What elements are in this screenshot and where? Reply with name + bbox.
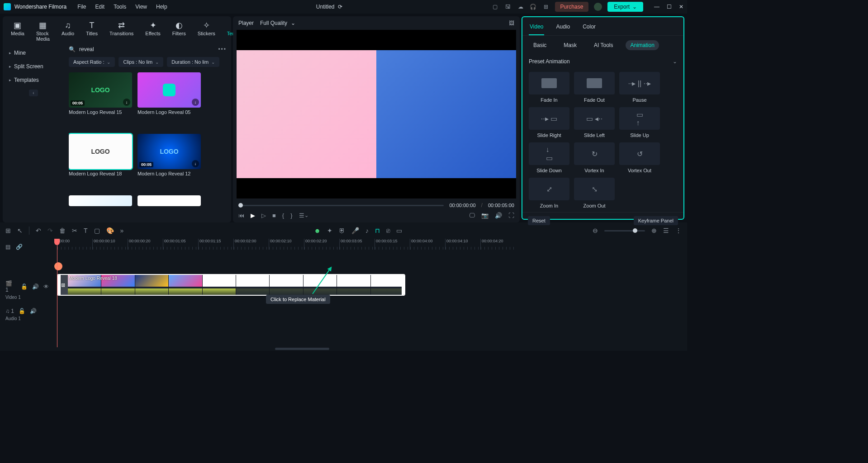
stop-icon[interactable]: ■ — [272, 212, 276, 219]
more-tools-icon[interactable]: » — [120, 227, 124, 234]
mic-icon[interactable]: 🎤 — [351, 227, 359, 234]
tab-titles[interactable]: TTitles — [83, 19, 100, 43]
menu-tools[interactable]: Tools — [114, 4, 126, 10]
close-icon[interactable]: ✕ — [679, 4, 683, 10]
marker-icon[interactable]: ▭ — [396, 227, 402, 234]
animation-preset[interactable]: Fade Out — [574, 72, 615, 103]
template-item[interactable]: LOGOModern Logo Reveal 18 — [69, 134, 132, 190]
visibility-icon[interactable]: 👁 — [43, 283, 49, 290]
minimize-icon[interactable]: — — [654, 4, 659, 10]
template-item[interactable]: ↓Modern Logo Reveal 05 — [138, 72, 201, 128]
mark-out-icon[interactable]: } — [290, 212, 292, 219]
subtab-mask[interactable]: Mask — [559, 40, 581, 50]
player-quality-select[interactable]: Full Quality ⌄ — [260, 20, 295, 26]
crop-icon[interactable]: ▢ — [94, 227, 100, 234]
clip-segment[interactable] — [236, 275, 270, 295]
device-icon[interactable]: ▢ — [492, 3, 499, 10]
animation-preset[interactable]: ↺Vortex Out — [619, 142, 660, 173]
insp-tab-audio[interactable]: Audio — [555, 21, 571, 35]
animation-preset[interactable]: ⤡Zoom Out — [574, 178, 615, 208]
keyframe-panel-button[interactable]: Keyframe Panel — [634, 216, 678, 225]
template-thumb[interactable] — [69, 195, 132, 206]
mute-icon[interactable]: 🔊 — [32, 283, 39, 290]
animation-preset[interactable]: ··▸ || ··▸Pause — [619, 72, 660, 103]
link-icon[interactable]: 🔗 — [16, 244, 23, 250]
maximize-icon[interactable]: ☐ — [667, 4, 672, 10]
clip-segment[interactable] — [135, 275, 169, 295]
menu-edit[interactable]: Edit — [95, 4, 105, 10]
template-item[interactable] — [69, 195, 132, 220]
sidebar-item-mine[interactable]: Mine — [3, 46, 64, 60]
pointer-icon[interactable]: ↖ — [17, 227, 23, 234]
filter-aspect[interactable]: Aspect Ratio : — [69, 57, 115, 67]
record-icon[interactable]: ⎚ — [386, 227, 390, 234]
lock-icon[interactable]: 🔓 — [19, 308, 25, 314]
lock-icon[interactable]: 🔓 — [21, 283, 28, 290]
magnet-icon[interactable]: ⊓ — [375, 227, 380, 234]
subtab-aitools[interactable]: AI Tools — [589, 40, 617, 50]
download-icon[interactable]: ↓ — [123, 99, 130, 106]
animation-preset[interactable]: ▭↑Slide Up — [619, 107, 660, 138]
color-icon[interactable]: 🎨 — [106, 227, 114, 234]
timeline-main[interactable]: :00:0000:00:00:1000:00:00:2000:00:01:050… — [54, 239, 687, 347]
audio-track-area[interactable] — [54, 298, 687, 319]
delete-icon[interactable]: 🗑 — [59, 227, 66, 234]
text-icon[interactable]: T — [84, 227, 88, 234]
download-icon[interactable]: ↓ — [192, 160, 199, 167]
reset-button[interactable]: Reset — [528, 216, 550, 225]
subtab-animation[interactable]: Animation — [626, 40, 659, 50]
snapshot-mode-icon[interactable]: 🖼 — [509, 20, 514, 26]
tab-audio[interactable]: ♫Audio — [59, 19, 77, 43]
tab-stock[interactable]: ▦Stock Media — [33, 19, 52, 43]
template-thumb[interactable]: LOGO00:05↓ — [138, 134, 201, 169]
animation-preset[interactable]: ▭ ◂··Slide Left — [574, 107, 615, 138]
tab-stickers[interactable]: ✧Stickers — [195, 19, 218, 43]
shield-icon[interactable]: ⛨ — [339, 227, 345, 234]
animation-preset[interactable]: Fade In — [529, 72, 569, 103]
animation-preset[interactable]: ··▸ ▭Slide Right — [529, 107, 569, 138]
more-icon[interactable]: ••• — [218, 46, 227, 52]
clip-handle-right[interactable] — [402, 275, 404, 295]
menu-help[interactable]: Help — [156, 4, 167, 10]
template-item[interactable]: LOGO00:05↓Modern Logo Reveal 12 — [138, 134, 201, 190]
template-thumb[interactable]: ↓ — [138, 72, 201, 108]
download-icon[interactable]: ↓ — [192, 99, 199, 106]
apps-icon[interactable]: ⊞ — [5, 227, 11, 234]
track-head-audio[interactable]: ♫ 1🔓🔊 Audio 1 — [0, 302, 54, 326]
sidebar-item-templates[interactable]: Templates — [3, 73, 64, 87]
back-icon[interactable]: ‹ — [29, 90, 38, 96]
timeline-clip[interactable]: ⊞ Modern Logo Reveal 18 — [57, 274, 405, 296]
fullscreen-icon[interactable]: ⛶ — [508, 212, 514, 219]
tracks-icon[interactable]: ▤ — [5, 244, 10, 250]
filter-duration[interactable]: Duration : No lim — [167, 57, 219, 67]
tab-media[interactable]: ▣Media — [8, 19, 27, 43]
purchase-button[interactable]: Purchase — [555, 2, 589, 12]
layout-icon[interactable]: ☰ ⌄ — [299, 212, 308, 219]
horizontal-scrollbar[interactable] — [0, 347, 687, 351]
ai-face-icon[interactable]: ☻ — [314, 227, 321, 234]
tab-transitions[interactable]: ⇄Transitions — [107, 19, 136, 43]
template-item[interactable] — [138, 195, 201, 220]
clip-segment[interactable] — [371, 275, 404, 295]
mark-in-icon[interactable]: { — [282, 212, 284, 219]
section-preset-animation[interactable]: Preset Animation — [522, 55, 683, 68]
insp-tab-video[interactable]: Video — [529, 21, 544, 35]
template-thumb[interactable]: LOGO00:05↓ — [69, 72, 132, 108]
sidebar-item-splitscreen[interactable]: Split Screen — [3, 60, 64, 73]
clip-segment[interactable] — [270, 275, 303, 295]
playhead[interactable] — [57, 239, 57, 347]
display-icon[interactable]: 🖵 — [469, 212, 475, 219]
zoom-slider[interactable] — [604, 230, 645, 232]
tab-effects[interactable]: ✦Effects — [142, 19, 163, 43]
user-avatar[interactable] — [594, 3, 602, 11]
volume-icon[interactable]: 🔊 — [495, 212, 502, 219]
timeline-ruler[interactable]: :00:0000:00:00:1000:00:00:2000:00:01:050… — [54, 239, 687, 250]
animation-preset[interactable]: ⤢Zoom In — [529, 178, 569, 208]
marker-icon[interactable] — [54, 262, 62, 270]
tab-filters[interactable]: ◐Filters — [170, 19, 189, 43]
play-forward-icon[interactable]: ▷ — [261, 212, 266, 219]
save-icon[interactable]: 🖫 — [504, 3, 512, 10]
clip-segment[interactable] — [203, 275, 236, 295]
menu-view[interactable]: View — [135, 4, 147, 10]
template-item[interactable]: LOGO00:05↓Modern Logo Reveal 15 — [69, 72, 132, 128]
